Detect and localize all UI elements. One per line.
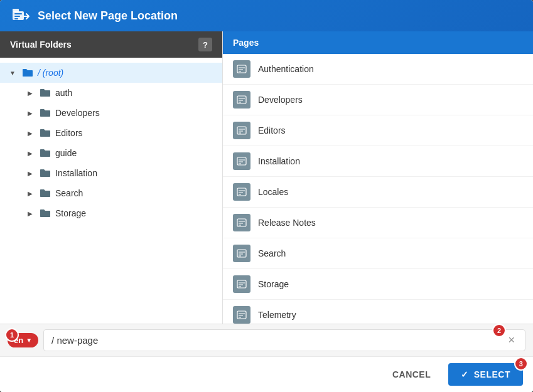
search-page-label: Search — [258, 248, 286, 258]
authentication-label: Authentication — [258, 64, 314, 74]
editors-page-icon — [233, 122, 250, 139]
right-panel: Pages Authentication Developers — [223, 31, 533, 324]
installation-page-icon — [233, 152, 250, 170]
auth-label: auth — [55, 88, 72, 98]
storage-tree-label: Storage — [55, 208, 86, 218]
root-label: / (root) — [38, 68, 63, 78]
select-label: SELECT — [474, 369, 510, 379]
help-button[interactable]: ? — [198, 38, 212, 51]
release-notes-page-icon — [233, 214, 250, 231]
tree-container: ▼ / (root) ▶ auth — [0, 58, 222, 324]
search-chevron-icon: ▶ — [25, 188, 35, 198]
storage-page-icon — [233, 275, 250, 293]
editors-chevron-icon: ▶ — [25, 128, 35, 138]
developers-chevron-icon: ▶ — [25, 108, 35, 118]
dialog-header: Select New Page Location — [0, 0, 533, 31]
telemetry-page-icon — [233, 306, 250, 324]
root-chevron-icon: ▼ — [8, 68, 18, 78]
guide-folder-icon — [39, 147, 51, 159]
search-page-icon — [233, 245, 250, 262]
auth-chevron-icon: ▶ — [25, 88, 35, 98]
page-item-developers[interactable]: Developers — [223, 85, 533, 115]
pages-header: Pages — [223, 31, 533, 54]
search-tree-label: Search — [55, 188, 83, 198]
guide-chevron-icon: ▶ — [25, 148, 35, 158]
release-notes-label: Release Notes — [258, 218, 316, 228]
tree-item-guide[interactable]: ▶ guide — [18, 143, 222, 163]
locales-label: Locales — [258, 187, 288, 197]
tree-item-auth[interactable]: ▶ auth — [18, 83, 222, 103]
svg-rect-2 — [14, 13, 22, 14]
page-item-telemetry[interactable]: Telemetry — [223, 300, 533, 324]
storage-page-label: Storage — [258, 279, 289, 289]
developers-page-icon — [233, 91, 250, 109]
installation-folder-icon — [39, 167, 51, 179]
language-selector[interactable]: 1 en ▼ — [8, 333, 38, 347]
authentication-page-icon — [233, 60, 250, 78]
path-input-wrapper: 2 × — [43, 329, 525, 351]
editors-folder-icon — [39, 127, 51, 139]
select-badge: 3 — [514, 357, 528, 371]
tree-item-storage[interactable]: ▶ Storage — [18, 203, 222, 223]
editors-label: Editors — [55, 128, 83, 138]
lang-dropdown-icon: ▼ — [26, 337, 32, 344]
telemetry-label: Telemetry — [258, 310, 296, 320]
select-page-dialog: Select New Page Location Virtual Folders… — [0, 0, 533, 392]
page-item-search[interactable]: Search — [223, 238, 533, 269]
page-item-installation[interactable]: Installation — [223, 146, 533, 177]
auth-folder-icon — [39, 87, 51, 99]
select-check-icon: ✓ — [461, 369, 469, 379]
page-item-editors[interactable]: Editors — [223, 115, 533, 146]
root-folder-icon — [21, 66, 34, 79]
tree-item-editors[interactable]: ▶ Editors — [18, 123, 222, 143]
left-panel-header: Virtual Folders ? — [0, 31, 222, 58]
select-button[interactable]: ✓ SELECT 3 — [448, 363, 523, 386]
lang-badge: 1 — [5, 328, 19, 342]
tree-root-item[interactable]: ▼ / (root) — [0, 63, 222, 83]
pages-list: Authentication Developers Editors — [223, 54, 533, 324]
move-page-icon — [13, 9, 30, 23]
tree-item-developers[interactable]: ▶ Developers — [18, 103, 222, 123]
cancel-button[interactable]: CANCEL — [382, 364, 441, 384]
svg-rect-3 — [14, 16, 20, 17]
dialog-title: Select New Page Location — [38, 9, 178, 23]
page-item-authentication[interactable]: Authentication — [223, 54, 533, 85]
page-item-release-notes[interactable]: Release Notes — [223, 208, 533, 238]
bottom-bar: 1 en ▼ 2 × CANCEL ✓ SELECT 3 — [0, 324, 533, 392]
installation-label: Installation — [55, 168, 97, 178]
dialog-body: Virtual Folders ? ▼ / (root) ▶ — [0, 31, 533, 324]
installation-page-label: Installation — [258, 156, 300, 166]
virtual-folders-title: Virtual Folders — [10, 40, 72, 50]
guide-label: guide — [55, 148, 77, 158]
path-row: 1 en ▼ 2 × — [0, 324, 533, 356]
developers-label: Developers — [55, 108, 100, 118]
action-row: CANCEL ✓ SELECT 3 — [0, 356, 533, 392]
path-input[interactable] — [51, 335, 505, 346]
page-item-storage[interactable]: Storage — [223, 269, 533, 300]
svg-rect-1 — [13, 9, 19, 12]
editors-page-label: Editors — [258, 125, 286, 135]
tree-item-installation[interactable]: ▶ Installation — [18, 163, 222, 183]
left-panel: Virtual Folders ? ▼ / (root) ▶ — [0, 31, 223, 324]
path-badge: 2 — [492, 324, 506, 337]
search-folder-icon — [39, 187, 51, 199]
installation-chevron-icon: ▶ — [25, 168, 35, 178]
developers-page-label: Developers — [258, 95, 303, 105]
storage-chevron-icon: ▶ — [25, 208, 35, 218]
storage-folder-icon — [39, 207, 51, 220]
clear-path-button[interactable]: × — [505, 334, 517, 347]
tree-children: ▶ auth ▶ Developers ▶ — [0, 83, 222, 223]
page-item-locales[interactable]: Locales — [223, 177, 533, 208]
tree-item-search[interactable]: ▶ Search — [18, 183, 222, 203]
locales-page-icon — [233, 183, 250, 201]
developers-folder-icon — [39, 107, 51, 119]
svg-rect-4 — [14, 18, 18, 19]
